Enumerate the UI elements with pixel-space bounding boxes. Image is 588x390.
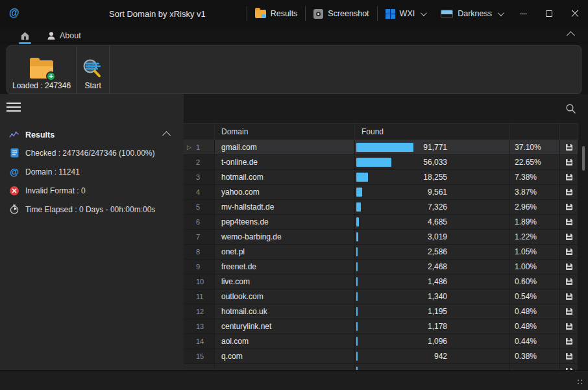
close-button[interactable] <box>562 0 588 27</box>
save-row-button[interactable] <box>560 304 578 319</box>
found-bar-track <box>356 247 416 256</box>
ribbon-separator <box>109 46 110 93</box>
save-icon <box>565 233 573 241</box>
found-value: 4,685 <box>416 217 447 226</box>
start-label: Start <box>84 81 101 90</box>
table-row[interactable]: ▷ 7 wemo-barbing.de 3,019 1.22% <box>184 230 588 245</box>
save-row-button[interactable] <box>560 185 578 199</box>
results-menu-button[interactable]: Results <box>247 0 306 27</box>
found-bar <box>356 292 358 301</box>
app-window: @ Sort Domain by xRisky v1 Results Scree… <box>0 0 588 390</box>
table-row[interactable]: ▷ 4 yahoo.com 9,561 3.87% <box>184 185 588 200</box>
save-row-button[interactable] <box>560 170 578 184</box>
results-section-header[interactable]: Results <box>0 127 184 143</box>
expand-arrow-icon[interactable]: ▷ <box>187 144 194 151</box>
row-number: 1 <box>196 143 200 151</box>
percent-cell: 3.87% <box>509 185 560 199</box>
wxi-dropdown[interactable]: WXI <box>378 0 434 27</box>
save-icon <box>565 248 573 256</box>
save-icon <box>565 293 573 300</box>
wxi-label: WXI <box>400 9 415 18</box>
save-row-button[interactable] <box>560 334 578 348</box>
table-row[interactable]: ▷ 3 hotmail.com 18,255 7.38% <box>184 170 588 185</box>
table-row[interactable]: ▷ 12 hotmail.co.uk 1,195 0.48% <box>184 304 588 319</box>
save-row-button[interactable] <box>560 230 578 244</box>
scrollbar-thumb[interactable] <box>582 146 585 171</box>
chevron-up-icon[interactable] <box>162 131 171 140</box>
found-bar-track <box>356 143 416 152</box>
found-bar-track <box>356 322 416 331</box>
vertical-scrollbar[interactable] <box>578 94 588 370</box>
tab-home[interactable] <box>12 27 38 44</box>
table-row[interactable]: ▷ 14 aol.com 1,096 0.44% <box>184 334 588 349</box>
row-number: 13 <box>196 323 204 330</box>
theme-swatch-icon <box>441 10 453 18</box>
minimize-button[interactable] <box>510 0 536 27</box>
found-bar-track <box>356 217 416 226</box>
stat-elapsed-label: Time Elapsed : 0 Days - 00h:00m:00s <box>25 205 155 214</box>
save-row-button[interactable] <box>560 349 578 363</box>
table-row-partial <box>184 364 588 370</box>
stat-elapsed: Time Elapsed : 0 Days - 00h:00m:00s <box>0 200 184 219</box>
table-row[interactable]: ▷ 13 centurylink.net 1,178 0.48% <box>184 319 588 334</box>
hamburger-menu-button[interactable] <box>6 103 21 114</box>
save-row-button[interactable] <box>560 140 578 154</box>
found-value: 7,326 <box>416 202 447 212</box>
save-row-button[interactable] <box>560 215 578 229</box>
percent-cell: 22.65% <box>509 155 560 169</box>
results-table-panel: Domain Found ▷ 1 gmail.com 91,771 37.10%… <box>184 94 588 370</box>
stat-checked-label: Checked : 247346/247346 (100.00%) <box>25 149 154 158</box>
table-header-row: Domain Found <box>184 123 588 140</box>
save-row-button[interactable] <box>560 319 578 334</box>
row-number: 9 <box>196 263 200 271</box>
save-row-button[interactable] <box>560 289 578 304</box>
save-icon <box>565 188 573 196</box>
found-bar-track <box>356 202 416 212</box>
maximize-icon <box>546 10 552 17</box>
save-icon <box>565 158 573 166</box>
table-row[interactable]: ▷ 9 freenet.de 2,468 1.00% <box>184 260 588 274</box>
save-row-button[interactable] <box>560 155 578 169</box>
tab-about[interactable]: About <box>38 27 90 44</box>
collapse-ribbon-button[interactable] <box>567 31 575 40</box>
save-row-button[interactable] <box>560 245 578 259</box>
found-bar <box>356 188 362 197</box>
percent-cell: 1.22% <box>509 230 560 244</box>
search-icon[interactable] <box>565 103 576 117</box>
table-row[interactable]: ▷ 1 gmail.com 91,771 37.10% <box>184 140 588 155</box>
start-button[interactable]: Start <box>77 46 109 93</box>
header-domain[interactable]: Domain <box>215 124 355 140</box>
theme-dropdown[interactable]: Darkness <box>433 0 510 27</box>
resize-grip-icon[interactable] <box>578 380 583 385</box>
table-row[interactable]: ▷ 8 onet.pl 2,586 1.05% <box>184 245 588 260</box>
table-row[interactable]: ▷ 11 outlook.com 1,340 0.54% <box>184 289 588 304</box>
save-row-button[interactable] <box>560 200 578 214</box>
percent-cell: 0.54% <box>509 289 560 304</box>
percent-cell: 0.60% <box>509 274 560 289</box>
invalid-icon <box>9 186 19 195</box>
row-number: 4 <box>196 188 200 196</box>
loaded-button[interactable]: + Loaded : 247346 <box>7 46 76 93</box>
table-row[interactable]: ▷ 15 q.com 942 0.38% <box>184 349 588 364</box>
found-bar-track <box>356 352 416 361</box>
table-row[interactable]: ▷ 6 pep4teens.de 4,685 1.89% <box>184 215 588 230</box>
found-value: 3,019 <box>416 232 447 241</box>
document-icon <box>9 148 19 158</box>
row-number: 3 <box>196 173 200 181</box>
header-found[interactable]: Found <box>355 124 509 140</box>
screenshot-button[interactable]: Screenshot <box>306 0 376 27</box>
domain-cell: t-online.de <box>215 155 355 169</box>
header-percent[interactable] <box>509 124 560 140</box>
found-value: 2,586 <box>416 247 447 256</box>
percent-cell: 37.10% <box>509 140 560 154</box>
table-row[interactable]: ▷ 5 mv-hallstadt.de 7,326 2.96% <box>184 200 588 215</box>
camera-icon <box>313 9 323 19</box>
table-row[interactable]: ▷ 10 live.com 1,486 0.60% <box>184 274 588 289</box>
found-value: 1,195 <box>416 307 447 316</box>
save-row-button[interactable] <box>560 260 578 274</box>
save-row-button[interactable] <box>560 274 578 289</box>
maximize-button[interactable] <box>536 0 562 27</box>
domain-cell: live.com <box>215 274 355 289</box>
table-row[interactable]: ▷ 2 t-online.de 56,033 22.65% <box>184 155 588 170</box>
save-icon <box>565 278 573 286</box>
